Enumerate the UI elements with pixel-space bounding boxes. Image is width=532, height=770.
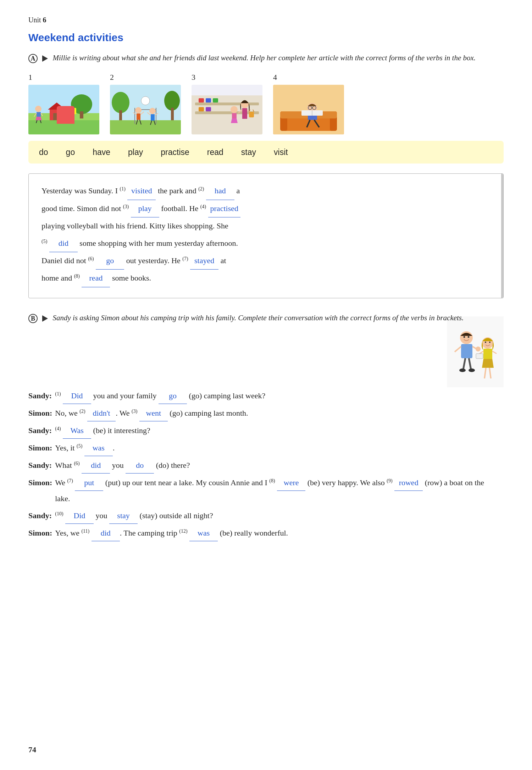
word-stay: stay	[241, 146, 256, 159]
b-ans-6: was	[84, 440, 113, 456]
image-num-4: 4	[273, 71, 277, 83]
svg-point-3	[71, 94, 92, 114]
conv-row-sandy-2: Sandy: (4) Was (be) it interesting?	[28, 422, 504, 439]
svg-rect-44	[206, 98, 211, 103]
svg-point-10	[35, 106, 41, 112]
circle-b: B	[28, 314, 38, 323]
svg-rect-47	[206, 107, 211, 111]
audio-icon-b[interactable]	[42, 315, 48, 322]
conv-sandy-1: (1) Did you and your family go (go) camp…	[55, 387, 504, 405]
svg-point-21	[164, 91, 180, 111]
image-reading	[273, 85, 344, 134]
b-ans-12: Did	[65, 508, 94, 524]
word-play: play	[128, 146, 143, 159]
illus-b	[447, 316, 504, 387]
illus-b-inner	[447, 316, 504, 387]
image-3: 3	[192, 71, 262, 134]
speaker-simon-2: Simon:	[28, 439, 55, 457]
b-ans-11: rowed	[394, 475, 423, 491]
svg-rect-22	[171, 108, 174, 120]
page-number: 74	[28, 743, 36, 756]
svg-point-26	[141, 96, 150, 105]
image-1: 1 PARK	[28, 71, 99, 134]
answer-7: stayed	[190, 252, 218, 270]
conv-row-simon-2: Simon: Yes, it (5) was.	[28, 439, 504, 457]
b-ans-2: go	[159, 388, 187, 404]
svg-rect-52	[242, 108, 247, 119]
conv-row-simon-1: Simon: No, we (2) didn't. We (3) went (g…	[28, 405, 504, 422]
svg-marker-50	[231, 118, 238, 123]
svg-point-27	[135, 107, 142, 113]
svg-rect-8	[64, 108, 76, 114]
svg-point-95	[489, 342, 491, 343]
svg-rect-46	[199, 107, 204, 111]
b-ans-5: Was	[63, 423, 91, 439]
b-ans-14: did	[92, 525, 120, 541]
image-volleyball	[110, 85, 181, 134]
speaker-sandy-4: Sandy:	[28, 507, 55, 525]
svg-rect-41	[195, 103, 259, 105]
b-ans-1: Did	[63, 388, 91, 404]
b-ans-8: do	[126, 458, 154, 473]
svg-point-82	[459, 369, 466, 372]
word-have: have	[93, 146, 110, 159]
circle-a: A	[28, 54, 38, 63]
svg-rect-45	[213, 98, 218, 103]
svg-rect-34	[151, 114, 155, 121]
svg-point-19	[112, 92, 129, 113]
conv-row-simon-4: Simon: Yes, we (11) did. The camping tri…	[28, 525, 504, 542]
image-park: PARK	[28, 85, 99, 134]
sentence-5: Daniel did not (6) go out yesterday. He …	[41, 252, 491, 270]
sentence-3: playing volleyball with his friend. Kitt…	[41, 217, 491, 234]
sentence-1: Yesterday was Sunday. I (1) visited the …	[41, 182, 491, 200]
svg-rect-43	[199, 98, 204, 103]
audio-icon-a[interactable]	[42, 55, 48, 62]
answer-1: visited	[127, 182, 156, 200]
image-num-2: 2	[110, 71, 114, 83]
answer-2: had	[206, 182, 234, 200]
conv-simon-2: Yes, it (5) was.	[55, 439, 504, 457]
image-shopping	[192, 85, 262, 134]
conv-row-sandy-4: Sandy: (10) Did you stay (stay) outside …	[28, 507, 504, 525]
sentence-6: home and (8) read some books.	[41, 270, 491, 287]
word-read: read	[207, 146, 223, 159]
word-practise: practise	[161, 146, 189, 159]
svg-point-85	[468, 336, 470, 338]
unit-number: 6	[43, 16, 46, 24]
svg-point-94	[485, 342, 486, 343]
conv-row-sandy-3: Sandy: What (6) did you do (do) there?	[28, 457, 504, 474]
conv-simon-4: Yes, we (11) did. The camping trip (12) …	[55, 525, 504, 542]
b-ans-9: put	[75, 475, 103, 491]
sentence-2: good time. Simon did not (3) play footba…	[41, 200, 491, 217]
conv-sandy-2: (4) Was (be) it interesting?	[55, 422, 504, 439]
conv-sandy-3: What (6) did you do (do) there?	[55, 457, 504, 474]
conv-row-sandy-1: Sandy: (1) Did you and your family go (g…	[28, 387, 504, 405]
conv-simon-1: No, we (2) didn't. We (3) went (go) camp…	[55, 405, 504, 422]
answer-4: practised	[208, 200, 240, 217]
word-go: go	[66, 146, 75, 159]
svg-rect-28	[137, 113, 140, 120]
images-row: 1 PARK	[28, 71, 504, 134]
conv-simon-3: We (7) put (put) up our tent near a lake…	[55, 474, 504, 507]
image-2: 2	[110, 71, 181, 134]
answer-6: go	[96, 252, 124, 270]
svg-text:PARK: PARK	[65, 110, 73, 113]
image-num-3: 3	[192, 71, 195, 83]
speaker-sandy-3: Sandy:	[28, 457, 55, 474]
sentence-4: (5) did some shopping with her mum yeste…	[41, 235, 491, 252]
section-b: B Sandy is asking Simon about his campin…	[28, 312, 504, 542]
speaker-simon-3: Simon:	[28, 474, 55, 507]
word-visit: visit	[274, 146, 288, 159]
exercise-a-box: Yesterday was Sunday. I (1) visited the …	[28, 173, 504, 298]
svg-point-79	[476, 347, 481, 351]
svg-rect-76	[461, 344, 472, 358]
speaker-simon-1: Simon:	[28, 405, 55, 422]
svg-point-33	[149, 108, 156, 114]
image-4: 4	[273, 71, 344, 134]
section-b-instruction: B Sandy is asking Simon about his campin…	[28, 312, 504, 324]
word-do: do	[39, 146, 48, 159]
svg-rect-91	[476, 354, 483, 359]
b-ans-4: went	[139, 405, 168, 421]
svg-rect-7	[53, 113, 60, 120]
answer-8: read	[82, 270, 110, 287]
